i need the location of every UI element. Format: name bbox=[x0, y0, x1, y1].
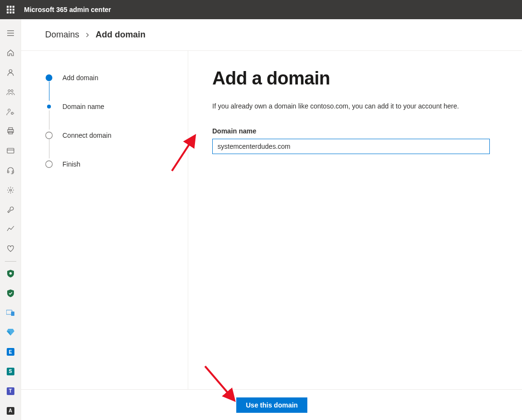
use-this-domain-button[interactable]: Use this domain bbox=[236, 397, 307, 413]
svg-rect-5 bbox=[12, 9, 14, 11]
gear-icon bbox=[7, 186, 14, 194]
svg-rect-27 bbox=[11, 312, 14, 316]
form-area: Add a domain If you already own a domain… bbox=[188, 51, 522, 389]
page-heading: Add a domain bbox=[212, 68, 522, 89]
step-label: Connect domain bbox=[62, 132, 111, 139]
group-icon bbox=[6, 89, 15, 96]
sharepoint-icon: S bbox=[7, 368, 14, 375]
chevron-right-icon bbox=[85, 30, 90, 40]
svg-point-14 bbox=[11, 90, 12, 92]
person-gear-icon bbox=[6, 108, 15, 116]
svg-point-25 bbox=[9, 272, 12, 275]
printer-icon bbox=[7, 127, 14, 135]
app-launcher-button[interactable] bbox=[0, 0, 21, 19]
all-admin-icon: A bbox=[7, 407, 14, 415]
wizard-step-domain-name[interactable]: Domain name bbox=[45, 101, 188, 112]
rail-endpoint[interactable] bbox=[0, 303, 21, 322]
rail-exchange[interactable]: E bbox=[0, 343, 21, 361]
svg-rect-22 bbox=[7, 171, 9, 173]
page-description: If you already own a domain like contoso… bbox=[212, 102, 491, 110]
svg-point-12 bbox=[9, 70, 12, 72]
svg-rect-7 bbox=[10, 12, 12, 13]
diamond-icon bbox=[7, 329, 14, 336]
svg-rect-8 bbox=[12, 12, 14, 13]
breadcrumb: Domains Add domain bbox=[21, 19, 522, 51]
rail-all-admin[interactable]: A bbox=[0, 401, 21, 420]
headset-icon bbox=[7, 167, 14, 174]
teams-icon: T bbox=[7, 387, 14, 395]
top-header: Microsoft 365 admin center bbox=[0, 0, 522, 19]
svg-rect-4 bbox=[10, 9, 12, 11]
app-title: Microsoft 365 admin center bbox=[24, 6, 111, 13]
rail-divider bbox=[5, 261, 16, 262]
wrench-icon bbox=[7, 206, 14, 214]
svg-point-28 bbox=[46, 74, 52, 81]
svg-point-30 bbox=[46, 132, 52, 139]
rail-sharepoint[interactable]: S bbox=[0, 362, 21, 381]
shield-icon bbox=[7, 270, 14, 277]
rail-support[interactable] bbox=[0, 161, 21, 180]
rail-users[interactable] bbox=[0, 63, 21, 82]
rail-home[interactable] bbox=[0, 44, 21, 62]
svg-rect-2 bbox=[12, 6, 14, 8]
left-navigation-rail: E S T A bbox=[0, 19, 21, 420]
footer-bar: Use this domain bbox=[21, 389, 522, 420]
rail-azure-ad[interactable] bbox=[0, 323, 21, 342]
waffle-icon bbox=[7, 6, 14, 13]
shield-check-icon bbox=[7, 289, 14, 297]
rail-roles[interactable] bbox=[0, 102, 21, 121]
rail-reports[interactable] bbox=[0, 220, 21, 239]
step-marker-pending-icon bbox=[45, 132, 53, 139]
heart-icon bbox=[7, 245, 14, 252]
step-label: Finish bbox=[62, 160, 80, 168]
wizard-steps: Add domain Domain name C bbox=[21, 51, 188, 389]
svg-point-16 bbox=[11, 112, 13, 114]
svg-rect-17 bbox=[9, 128, 12, 130]
svg-point-29 bbox=[47, 105, 51, 108]
card-icon bbox=[7, 148, 14, 154]
devices-icon bbox=[6, 310, 15, 316]
hamburger-icon bbox=[7, 29, 14, 37]
wizard-step-finish[interactable]: Finish bbox=[45, 158, 188, 170]
breadcrumb-root[interactable]: Domains bbox=[45, 30, 79, 40]
rail-teams[interactable]: T bbox=[0, 382, 21, 400]
home-icon bbox=[7, 49, 14, 57]
domain-name-input[interactable] bbox=[212, 139, 490, 154]
step-marker-pending-icon bbox=[45, 160, 53, 168]
chart-icon bbox=[7, 225, 14, 233]
svg-rect-6 bbox=[7, 12, 9, 13]
step-marker-active-icon bbox=[45, 74, 53, 82]
svg-rect-3 bbox=[7, 9, 9, 11]
svg-rect-20 bbox=[7, 148, 14, 153]
rail-menu-toggle[interactable] bbox=[0, 24, 21, 43]
rail-resources[interactable] bbox=[0, 122, 21, 141]
rail-groups[interactable] bbox=[0, 83, 21, 101]
user-icon bbox=[7, 69, 14, 76]
step-label: Add domain bbox=[62, 74, 98, 82]
rail-compliance[interactable] bbox=[0, 284, 21, 302]
svg-point-15 bbox=[8, 109, 10, 111]
svg-point-31 bbox=[46, 161, 52, 168]
svg-rect-1 bbox=[10, 6, 12, 8]
rail-security[interactable] bbox=[0, 264, 21, 283]
step-label: Domain name bbox=[62, 103, 104, 110]
svg-rect-23 bbox=[12, 171, 13, 173]
svg-point-13 bbox=[8, 90, 10, 92]
wizard-step-connect-domain[interactable]: Connect domain bbox=[45, 130, 188, 141]
rail-health[interactable] bbox=[0, 240, 21, 258]
breadcrumb-current: Add domain bbox=[96, 30, 146, 40]
exchange-icon: E bbox=[7, 348, 14, 356]
svg-point-24 bbox=[10, 189, 12, 191]
svg-rect-0 bbox=[7, 6, 9, 8]
domain-field-label: Domain name bbox=[212, 127, 522, 135]
rail-settings[interactable] bbox=[0, 180, 21, 199]
wizard-step-add-domain[interactable]: Add domain bbox=[45, 72, 188, 84]
rail-billing[interactable] bbox=[0, 142, 21, 160]
step-marker-current-icon bbox=[45, 103, 53, 110]
rail-setup[interactable] bbox=[0, 200, 21, 219]
